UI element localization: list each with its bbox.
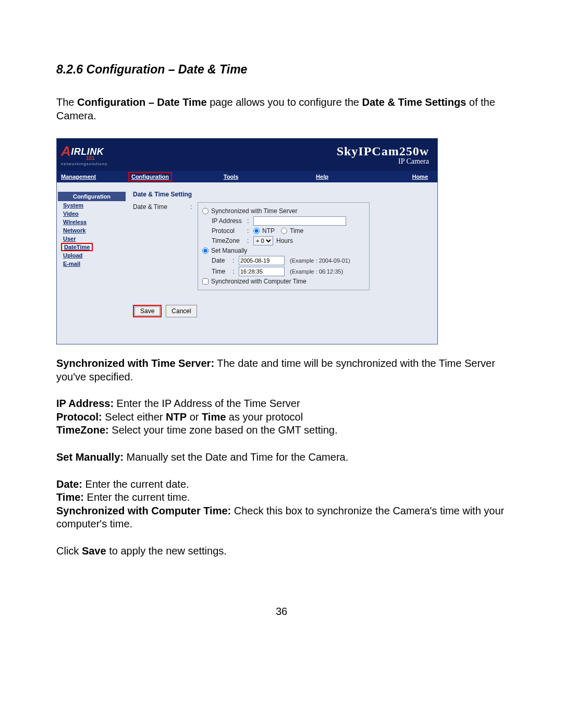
- page-number: 36: [0, 606, 563, 618]
- nav-tools[interactable]: Tools: [224, 174, 239, 180]
- sidebar-item-wireless[interactable]: Wireless: [57, 218, 127, 226]
- sidebar-item-system[interactable]: System: [57, 201, 127, 209]
- text: to apply the new settings.: [106, 545, 227, 557]
- label: Protocol:: [56, 411, 102, 423]
- label: TimeZone:: [56, 424, 109, 436]
- radio-set-manually[interactable]: [202, 248, 209, 254]
- logo-tagline: networkingsolutions: [61, 162, 107, 166]
- panel-title: Date & Time Setting: [133, 191, 431, 198]
- protocol-label: Protocol: [212, 227, 247, 235]
- sidebar: Configuration System Video Wireless Netw…: [57, 182, 127, 344]
- label: Set Manually:: [56, 451, 124, 463]
- product-name: SkyIPCam250w IP Camera: [337, 144, 429, 166]
- main-panel: Date & Time Setting Date & Time : Synchr…: [127, 182, 437, 344]
- product-subtitle: IP Camera: [337, 157, 429, 166]
- label: Synchronized with Computer Time:: [56, 505, 231, 516]
- checkbox-sync-pc[interactable]: [202, 278, 209, 285]
- intro-paragraph: The Configuration – Date Time page allow…: [56, 95, 507, 122]
- text: or: [187, 411, 202, 423]
- time-example: (Example : 06:12:35): [290, 268, 343, 275]
- checkbox-sync-pc-label: Synchronized with Computer Time: [211, 278, 307, 285]
- radio-ntp[interactable]: [253, 228, 260, 234]
- time-input[interactable]: [239, 267, 285, 276]
- datetime-row-label: Date & Time: [133, 202, 190, 211]
- product-title: SkyIPCam250w: [337, 144, 429, 158]
- nav-help[interactable]: Help: [316, 174, 328, 180]
- cancel-button[interactable]: Cancel: [166, 305, 197, 317]
- time-label: Time: [212, 268, 232, 275]
- save-button[interactable]: Save: [134, 306, 160, 316]
- label: Save: [82, 545, 106, 557]
- radio-time[interactable]: [281, 228, 287, 234]
- timezone-label: TimeZone: [212, 237, 247, 244]
- camera-ui-screenshot: AIRLINK 101 networkingsolutions SkyIPCam…: [56, 138, 438, 344]
- intro-text: page allows you to configure the: [207, 96, 362, 108]
- radio-sync-server-label: Synchronized with Time Server: [211, 207, 297, 215]
- label: NTP: [166, 411, 187, 423]
- sidebar-header: Configuration: [58, 192, 126, 201]
- radio-time-label: Time: [290, 227, 303, 235]
- timezone-suffix: Hours: [276, 237, 293, 244]
- text: Manually set the Date and Time for the C…: [124, 451, 348, 463]
- label: Time:: [56, 491, 84, 503]
- sidebar-item-network[interactable]: Network: [57, 226, 127, 235]
- ip-label: IP Address: [212, 217, 247, 225]
- text: Click: [56, 545, 82, 557]
- label: Date:: [56, 478, 82, 490]
- radio-sync-server[interactable]: [202, 208, 209, 214]
- logo-number: 101: [86, 156, 95, 161]
- date-input[interactable]: [239, 256, 285, 265]
- text: Enter the current time.: [84, 491, 190, 503]
- radio-set-manually-label: Set Manually: [211, 247, 247, 254]
- nav-management[interactable]: Management: [61, 174, 96, 180]
- sidebar-item-video[interactable]: Video: [57, 209, 127, 218]
- sidebar-item-user[interactable]: User: [57, 235, 127, 243]
- nav-home[interactable]: Home: [412, 174, 428, 180]
- intro-bold-2: Date & Time Settings: [362, 96, 467, 108]
- text: as your protocol: [226, 411, 303, 423]
- date-example: (Example : 2004-09-01): [290, 257, 350, 264]
- intro-text: The: [56, 96, 77, 108]
- text: Enter the current date.: [82, 478, 189, 490]
- sidebar-item-email[interactable]: E-mail: [57, 260, 127, 268]
- label: Time: [202, 411, 226, 423]
- ip-input[interactable]: [253, 216, 346, 226]
- text: Select your time zone based on the GMT s…: [109, 424, 338, 436]
- section-heading: 8.2.6 Configuration – Date & Time: [56, 63, 507, 77]
- brand-logo: AIRLINK 101 networkingsolutions: [61, 143, 107, 166]
- ui-header: AIRLINK 101 networkingsolutions SkyIPCam…: [57, 139, 437, 171]
- radio-ntp-label: NTP: [262, 227, 275, 235]
- explanation-text: Synchronized with Time Server: The date …: [56, 357, 507, 558]
- colon: :: [190, 202, 198, 211]
- timezone-select[interactable]: + 0: [253, 236, 273, 245]
- datetime-fieldset: Synchronized with Time Server IP Address…: [198, 202, 370, 290]
- text: Select either: [102, 411, 166, 423]
- text: Enter the IP Address of the Time Server: [114, 398, 300, 409]
- sidebar-item-datetime[interactable]: DateTime: [61, 243, 93, 251]
- intro-bold-1: Configuration – Date Time: [77, 96, 207, 108]
- label: IP Address:: [56, 398, 114, 409]
- sidebar-item-upload[interactable]: Upload: [57, 251, 127, 260]
- logo-letter-a: A: [61, 144, 71, 158]
- label: Synchronized with Time Server:: [56, 357, 214, 369]
- ui-topnav: Management Configuration Tools Help Home: [57, 171, 437, 182]
- nav-configuration[interactable]: Configuration: [131, 174, 169, 180]
- date-label: Date: [212, 257, 232, 264]
